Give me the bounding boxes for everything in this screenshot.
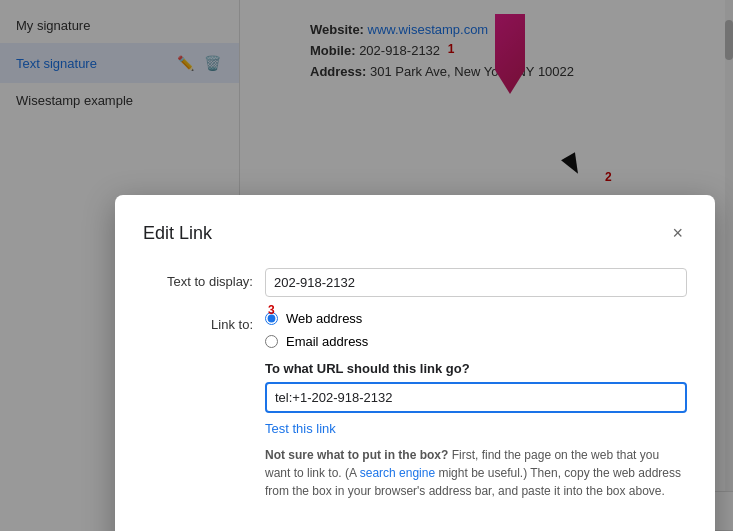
modal-footer: Cancel OK [143, 520, 687, 531]
test-link[interactable]: Test this link [265, 421, 336, 436]
url-question: To what URL should this link go? [265, 361, 687, 376]
edit-link-dialog: Edit Link × Text to display: Link to: We… [115, 195, 715, 531]
url-input[interactable] [265, 382, 687, 413]
email-address-option[interactable]: Email address [265, 334, 687, 349]
search-engine-link[interactable]: search engine [360, 466, 435, 480]
modal-title: Edit Link [143, 223, 212, 244]
web-address-option[interactable]: Web address [265, 311, 687, 326]
text-display-label: Text to display: [143, 268, 253, 289]
url-section: To what URL should this link go? Test th… [265, 361, 687, 500]
email-address-radio[interactable] [265, 335, 278, 348]
link-to-label: Link to: [143, 311, 253, 332]
help-text-before: Not sure what to put in the box? [265, 448, 448, 462]
link-to-options: Web address Email address To what URL sh… [265, 311, 687, 500]
text-display-row: Text to display: [143, 268, 687, 297]
modal-close-button[interactable]: × [668, 219, 687, 248]
modal-header: Edit Link × [143, 219, 687, 248]
text-display-input[interactable] [265, 268, 687, 297]
link-to-section: Link to: Web address Email address To wh… [143, 311, 687, 500]
web-address-label: Web address [286, 311, 362, 326]
email-address-label: Email address [286, 334, 368, 349]
step3-label: 3 [268, 303, 275, 317]
radio-group: Web address Email address [265, 311, 687, 349]
help-text: Not sure what to put in the box? First, … [265, 446, 687, 500]
